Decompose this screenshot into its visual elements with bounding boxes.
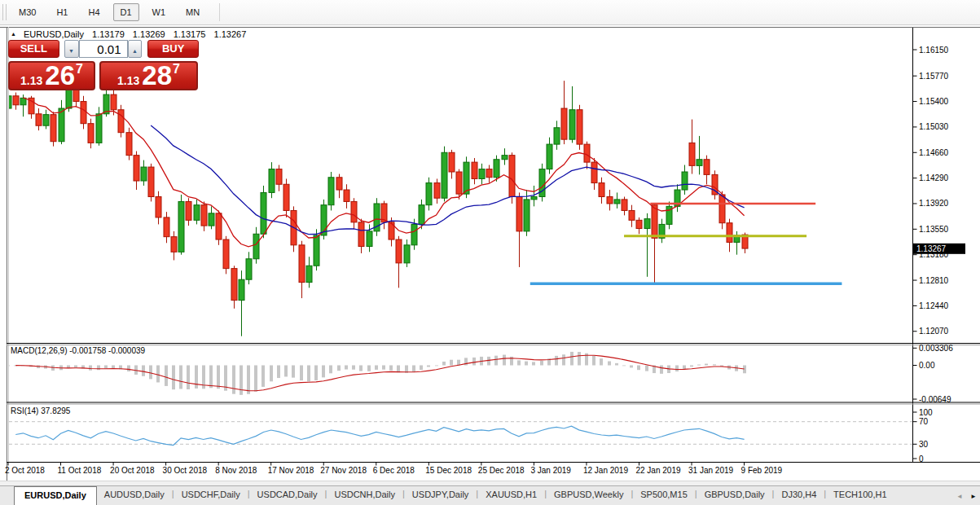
candle: [367, 231, 372, 247]
timeframe-button-m30[interactable]: M30: [11, 3, 43, 21]
candle: [178, 201, 184, 252]
macd-histogram-bar: [165, 366, 168, 386]
timeframe-button-d1[interactable]: D1: [113, 3, 139, 21]
symbol-tab-dj30-h4[interactable]: DJ30,H4: [774, 486, 824, 505]
candle: [314, 235, 319, 266]
timeframe-button-h4[interactable]: H4: [81, 3, 107, 21]
candle: [126, 133, 132, 156]
symbol-tab-gbpusd-daily[interactable]: GBPUSD,Daily: [697, 486, 772, 505]
candle: [148, 167, 154, 196]
macd-histogram-bar: [600, 358, 603, 365]
macd-histogram-bar: [442, 362, 446, 366]
candle: [607, 197, 613, 204]
candle: [194, 205, 200, 221]
macd-histogram-bar: [615, 363, 618, 366]
candle: [51, 115, 56, 142]
price-tick-label: 1.15400: [919, 97, 949, 106]
symbol-tab-eurusd-daily[interactable]: EURUSD,Daily: [14, 486, 97, 505]
macd-histogram-bar: [645, 366, 648, 371]
tabs-scroll-left-icon[interactable]: ◄: [956, 493, 963, 500]
chart-tabs: EURUSD,DailyAUDUSD,Daily|USDCHF,Daily|US…: [0, 486, 894, 505]
candle: [486, 169, 492, 178]
macd-histogram-bar: [104, 366, 108, 369]
ask-price-display[interactable]: 1.13287: [99, 61, 198, 90]
candle: [404, 245, 410, 263]
collapse-arrow-icon[interactable]: ▲: [11, 31, 16, 37]
rsi-axis-label: 70: [919, 417, 929, 426]
ohlc-open: 1.13179: [92, 29, 125, 39]
macd-histogram-bar: [690, 366, 693, 367]
candle: [216, 213, 222, 239]
macd-histogram-bar: [172, 366, 175, 390]
macd-histogram-bar: [322, 366, 325, 378]
macd-histogram-bar: [112, 366, 115, 368]
candle: [622, 200, 627, 211]
symbol-tab-sp500-m15[interactable]: SP500,M15: [633, 486, 694, 505]
macd-histogram-bar: [622, 366, 626, 367]
candle: [531, 197, 537, 200]
mt4-window: 1.161501.157701.154001.150301.146601.142…: [0, 0, 980, 505]
macd-histogram-bar: [517, 360, 521, 365]
candle: [516, 197, 522, 231]
candle: [351, 201, 357, 222]
candle: [644, 219, 650, 229]
macd-histogram-bar: [420, 366, 423, 371]
macd-histogram-bar: [450, 360, 453, 366]
macd-histogram-bar: [683, 366, 686, 370]
macd-histogram-bar: [217, 366, 220, 389]
chart-background: [0, 25, 980, 486]
macd-histogram-bar: [555, 356, 558, 366]
sell-button[interactable]: SELL: [8, 40, 59, 58]
symbol-tab-usdcnh-daily[interactable]: USDCNH,Daily: [327, 486, 402, 505]
rsi-label: RSI(14) 37.8295: [11, 406, 71, 415]
macd-histogram-bar: [697, 365, 701, 366]
macd-histogram-bar: [97, 366, 100, 371]
date-tick-label: 11 Oct 2018: [58, 466, 102, 475]
candle: [111, 94, 116, 110]
symbol-tab-usdjpy-daily[interactable]: USDJPY,Daily: [405, 486, 477, 505]
macd-histogram-bar: [345, 366, 348, 370]
macd-histogram-bar: [209, 366, 213, 389]
macd-histogram-bar: [232, 366, 235, 394]
buy-button[interactable]: BUY: [147, 40, 199, 58]
macd-axis-label: 0.00: [919, 361, 935, 370]
chart-tabs-bar: EURUSD,DailyAUDUSD,Daily|USDCHF,Daily|US…: [0, 485, 980, 505]
candle: [547, 144, 552, 169]
symbol-tab-audusd-daily[interactable]: AUDUSD,Daily: [97, 486, 172, 505]
timeframe-button-h1[interactable]: H1: [49, 3, 75, 21]
candle: [20, 98, 26, 104]
candle: [449, 152, 455, 172]
date-tick-label: 17 Nov 2018: [268, 466, 314, 475]
symbol-tab-xauusd-h1[interactable]: XAUUSD,H1: [478, 486, 544, 505]
candle: [569, 110, 575, 139]
macd-histogram-bar: [179, 366, 182, 389]
lot-decrease-button[interactable]: ▼: [64, 40, 79, 58]
macd-histogram-bar: [525, 362, 528, 366]
date-tick-label: 30 Oct 2018: [163, 466, 208, 475]
lot-increase-button[interactable]: ▲: [128, 40, 143, 58]
candle: [269, 169, 275, 193]
symbol-tab-usdchf-daily[interactable]: USDCHF,Daily: [174, 486, 248, 505]
lot-size-input[interactable]: [79, 40, 128, 58]
macd-histogram-bar: [540, 361, 543, 365]
candle: [81, 102, 86, 124]
trade-controls-row: SELL ▼ ▲ BUY: [8, 40, 199, 58]
candle: [727, 223, 732, 243]
candle: [141, 167, 147, 181]
timeframe-button-mn[interactable]: MN: [178, 3, 207, 21]
price-tick-label: 1.12070: [919, 327, 949, 336]
symbol-tab-gbpusd-weekly[interactable]: GBPUSD,Weekly: [547, 486, 631, 505]
candle: [719, 195, 725, 223]
symbol-tab-tech100-h1[interactable]: TECH100,H1: [826, 486, 894, 505]
tabs-scroll-right-icon[interactable]: ►: [970, 493, 977, 500]
price-tick-label: 1.15770: [919, 72, 949, 81]
timeframe-button-w1[interactable]: W1: [145, 3, 174, 21]
candle: [231, 269, 237, 301]
bid-price-display[interactable]: 1.13267: [8, 61, 95, 90]
candle: [584, 144, 590, 162]
toolbar-grip[interactable]: [2, 4, 7, 20]
macd-histogram-bar: [412, 366, 415, 372]
date-tick-label: 31 Jan 2019: [688, 466, 733, 475]
symbol-tab-usdcad-daily[interactable]: USDCAD,Daily: [250, 486, 325, 505]
date-tick-label: 2 Oct 2018: [5, 466, 45, 475]
